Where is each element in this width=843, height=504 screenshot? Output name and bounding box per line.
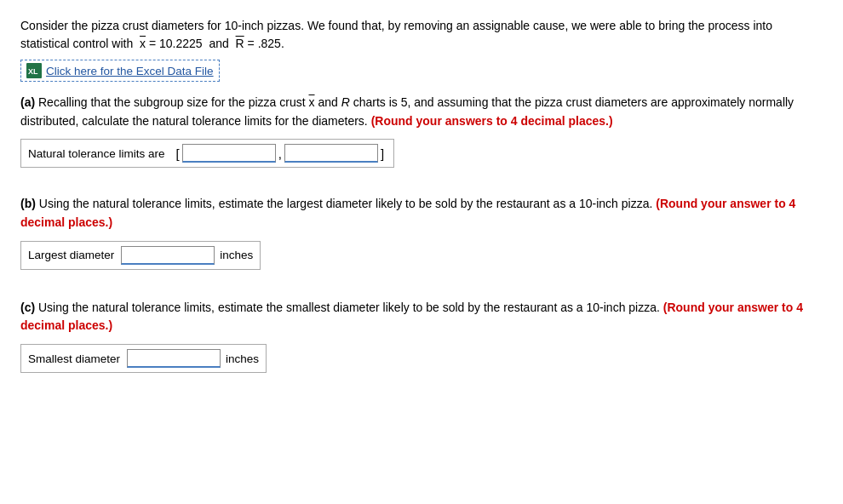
part-c-text: Using the natural tolerance limits, esti…: [38, 301, 663, 314]
part-c-label: (c): [20, 301, 38, 314]
part-b-answer-row: Largest diameter inches: [20, 241, 261, 270]
part-b-question: (b) Using the natural tolerance limits, …: [20, 195, 823, 232]
excel-link[interactable]: XL Click here for the Excel Data File: [20, 60, 220, 82]
xbar-symbol: x = 10.2225: [140, 37, 203, 50]
part-a-row-label: Natural tolerance limits are: [28, 147, 165, 160]
part-c-question: (c) Using the natural tolerance limits, …: [20, 299, 823, 335]
part-a-input1[interactable]: [182, 144, 276, 163]
part-c-row-label: Smallest diameter: [28, 352, 120, 365]
part-b-unit: inches: [220, 249, 253, 261]
close-bracket: ]: [381, 146, 384, 161]
part-b-row-label: Largest diameter: [28, 249, 114, 261]
svg-text:XL: XL: [28, 67, 38, 76]
part-b-input[interactable]: [121, 246, 215, 265]
part-c-unit: inches: [226, 352, 259, 365]
part-a-section: (a) Recalling that the subgroup size for…: [20, 94, 823, 168]
part-c-answer-row: Smallest diameter inches: [20, 344, 267, 373]
part-b-section: (b) Using the natural tolerance limits, …: [20, 195, 823, 269]
part-c-input[interactable]: [127, 349, 221, 368]
comma-separator: ,: [278, 146, 282, 161]
part-a-answer-row: Natural tolerance limits are [ , ]: [20, 139, 394, 168]
open-bracket: [: [176, 146, 180, 161]
part-a-question: (a) Recalling that the subgroup size for…: [20, 94, 823, 130]
excel-icon: XL: [26, 63, 42, 78]
part-a-label: (a): [20, 95, 38, 109]
rbar-symbol: R = .825: [236, 37, 281, 50]
part-b-label: (b): [20, 197, 39, 210]
part-a-input2[interactable]: [284, 144, 378, 163]
intro-paragraph: Consider the pizza crust diameters for 1…: [20, 17, 823, 53]
part-c-section: (c) Using the natural tolerance limits, …: [20, 299, 823, 373]
excel-link-text[interactable]: Click here for the Excel Data File: [46, 65, 214, 77]
part-a-instruction: (Round your answers to 4 decimal places.…: [371, 114, 613, 128]
part-b-text: Using the natural tolerance limits, esti…: [39, 197, 656, 210]
